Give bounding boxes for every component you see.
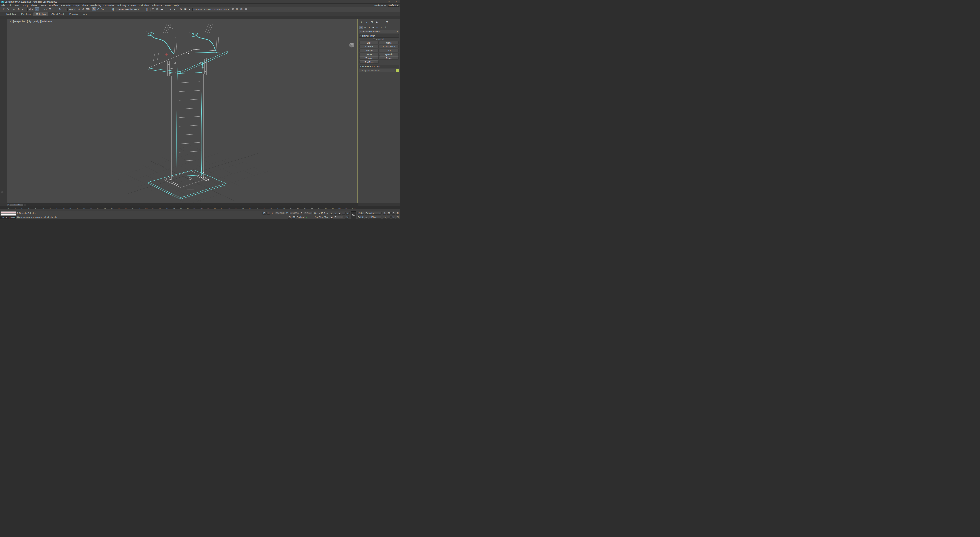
window-crossing-icon[interactable]: ⊞	[48, 7, 52, 11]
zoom-extents-icon[interactable]: ⊡	[391, 212, 395, 215]
maximize-button[interactable]: □	[385, 0, 393, 3]
subtab-spacewarps[interactable]: ≈	[380, 25, 383, 29]
percent-snap-icon[interactable]: %	[100, 7, 105, 11]
menu-item[interactable]: Arnold	[164, 4, 173, 7]
select-and-link-icon[interactable]: ∞	[12, 7, 16, 11]
tab-create[interactable]: +	[359, 21, 364, 24]
subtab-lights[interactable]: ☀	[367, 25, 371, 29]
zoom-icon[interactable]: ⊕	[383, 212, 387, 215]
menu-item[interactable]: Substance	[150, 4, 164, 7]
menu-item[interactable]: File	[0, 4, 6, 7]
pivot-point-center-icon[interactable]: ◎	[77, 7, 81, 11]
gooseneck-microphones[interactable]	[147, 32, 217, 54]
set-keys-button[interactable]	[351, 212, 356, 219]
render-iterative-icon[interactable]: ▩	[244, 7, 248, 11]
subtab-systems[interactable]: ⚙	[383, 25, 387, 29]
selection-region-icon[interactable]: ▭	[43, 7, 48, 11]
selected-key-combo[interactable]: Selected ▾	[365, 212, 382, 215]
ribbon-toggle-icon[interactable]: ▬	[160, 7, 164, 11]
tab-object-paint[interactable]: Object Paint	[48, 12, 67, 16]
chevron-down-icon[interactable]: ▾	[86, 13, 86, 15]
menu-item[interactable]: Group	[21, 4, 30, 7]
time-slider-handle[interactable]: 0 / 100	[10, 204, 24, 206]
primitive-category-dropdown[interactable]: Standard Primitives ▾	[359, 30, 399, 33]
render-production-icon[interactable]: ●	[188, 7, 192, 11]
menu-item[interactable]: Tools	[13, 4, 21, 7]
subtab-helpers[interactable]: ⊹	[375, 25, 379, 29]
selection-filter-combo[interactable]: All ▾	[27, 8, 34, 11]
x-coord-field[interactable]: 214,604cm	[275, 212, 285, 215]
adaptive-degradation-icon[interactable]: ⊟	[288, 215, 291, 218]
track-bar[interactable]: 0246810121416182022242628303234363840424…	[0, 206, 400, 209]
workspace-selector[interactable]: Default ▾	[388, 4, 399, 6]
a360-gallery-icon[interactable]: ▨	[235, 7, 239, 11]
object-type-button[interactable]: Torus	[360, 53, 379, 56]
close-button[interactable]: ✕	[393, 0, 400, 3]
spinner-snap-icon[interactable]: ↕	[105, 7, 109, 11]
frame-spin-down-icon[interactable]: ▾	[341, 217, 342, 218]
menu-item[interactable]: Animation	[59, 4, 72, 7]
menu-item[interactable]: Content	[127, 4, 138, 7]
tab-populate[interactable]: Populate	[67, 12, 81, 16]
viewport-menu-pov[interactable]: [Perspective ]	[13, 20, 26, 23]
ribbon-overflow-icon[interactable]: ▤	[83, 13, 86, 15]
material-editor-icon[interactable]: ◐	[173, 7, 177, 11]
curve-editor-icon[interactable]: ~	[164, 7, 169, 11]
select-and-rotate-icon[interactable]: ↻	[58, 7, 62, 11]
render-preset-icon[interactable]: ▥	[239, 7, 244, 11]
tab-freeform[interactable]: Freeform	[19, 12, 34, 16]
tab-hierarchy[interactable]: ⊞	[369, 21, 374, 24]
select-by-name-icon[interactable]: ≡	[39, 7, 43, 11]
z-coord-field[interactable]: 0,0cm	[304, 212, 313, 215]
render-cloud-icon[interactable]: ▧	[231, 7, 235, 11]
select-object-icon[interactable]: ↖	[35, 7, 39, 11]
dock-handle-icon[interactable]	[1, 191, 3, 193]
unlink-selection-icon[interactable]: ⊘	[16, 7, 21, 11]
object-type-button[interactable]: TextPlus	[360, 60, 379, 64]
object-name-field[interactable]: 3 Objects Selected	[359, 69, 395, 72]
pan-view-icon[interactable]: +	[387, 215, 391, 218]
menu-item[interactable]: Create	[38, 4, 48, 7]
object-type-button[interactable]: Sphere	[360, 45, 379, 48]
time-configuration-icon[interactable]: ◷	[345, 215, 348, 218]
viewcube[interactable]	[349, 43, 355, 48]
menu-item[interactable]: Graph Editors	[72, 4, 89, 7]
menu-item[interactable]: Views	[30, 4, 38, 7]
maximize-viewport-icon[interactable]: ◰	[396, 215, 399, 218]
object-type-button[interactable]: Cone	[379, 41, 399, 45]
object-type-button[interactable]: Box	[360, 41, 379, 45]
schematic-view-icon[interactable]: #	[169, 7, 173, 11]
tab-modeling[interactable]: Modeling	[3, 12, 19, 16]
key-filters-icon[interactable]	[365, 215, 368, 218]
tab-modify[interactable]: ◑	[364, 21, 369, 24]
key-filters-button[interactable]: Filters...	[369, 215, 381, 218]
zoom-extents-all-icon[interactable]: ⊠	[396, 212, 399, 215]
object-type-button[interactable]: Tube	[379, 49, 399, 52]
align-icon[interactable]: ∥	[145, 7, 149, 11]
object-type-button[interactable]: Cylinder	[360, 49, 379, 52]
secondary-led[interactable]: ◑	[308, 216, 310, 218]
named-selection-sets-icon[interactable]: {}	[111, 7, 115, 11]
render-setup-icon[interactable]: ⚙	[179, 7, 183, 11]
next-frame-arrow[interactable]: ›	[24, 204, 26, 206]
key-mode-toggle-icon[interactable]: ◀	[330, 215, 333, 218]
orbit-icon[interactable]: ↻	[391, 215, 395, 218]
viewport-menu-quality[interactable]: [High Quality ]	[27, 20, 41, 23]
minimize-button[interactable]: ─	[378, 0, 385, 3]
subtab-shapes[interactable]: ∿	[363, 25, 367, 29]
tab-motion[interactable]: ◉	[374, 21, 379, 24]
rendered-frame-window-icon[interactable]: ▣	[183, 7, 188, 11]
redo-icon[interactable]: ↷	[6, 7, 10, 11]
snap-toggle-3d-icon[interactable]: 3	[92, 7, 96, 11]
set-key-button[interactable]: Set K.	[357, 215, 364, 218]
menu-item[interactable]: Help	[173, 4, 180, 7]
viewport-menu-general[interactable]: [ + ]	[9, 20, 12, 23]
add-time-tag[interactable]: Add Time Tag	[315, 216, 328, 218]
viewport-canvas[interactable]	[7, 19, 358, 203]
project-path-combo[interactable]: C:\Users\PC\Documents\3ds Max 2022 ▾	[192, 8, 230, 11]
autogrid-checkbox[interactable]	[373, 38, 375, 40]
selection-set-combo[interactable]: Create Selection Set ▾	[116, 8, 140, 11]
keyboard-override-icon[interactable]: ⌨	[86, 7, 90, 11]
select-and-manipulate-icon[interactable]: ⊕	[81, 7, 86, 11]
maxscript-listener-field[interactable]	[0, 214, 16, 215]
